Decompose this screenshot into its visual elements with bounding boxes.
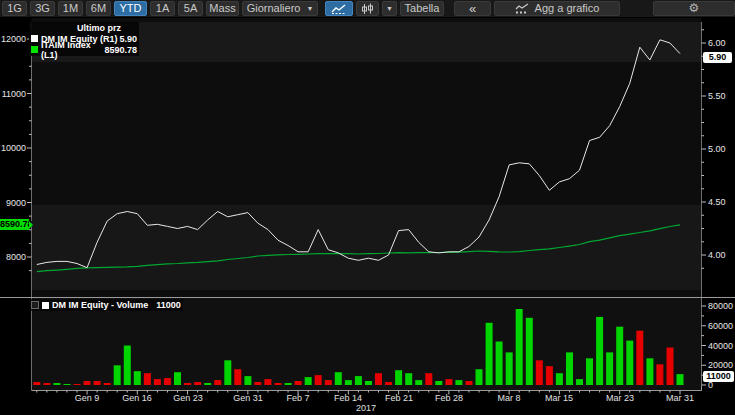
- last-volume-marker: 11000: [703, 371, 734, 382]
- last-price-marker: 5.90: [703, 52, 732, 63]
- svg-text:11000: 11000: [2, 89, 26, 99]
- pane-icon: [31, 301, 39, 309]
- pane-separator[interactable]: [0, 297, 735, 298]
- svg-text:8000: 8000: [6, 252, 26, 262]
- period-button-1a[interactable]: 1A: [150, 1, 175, 16]
- frequency-dropdown[interactable]: Giornaliero ▼: [242, 1, 318, 16]
- line-chart-button[interactable]: [325, 1, 353, 16]
- period-button-5a[interactable]: 5A: [178, 1, 203, 16]
- svg-text:4.50: 4.50: [708, 197, 726, 207]
- svg-text:10000: 10000: [1, 143, 26, 153]
- collapse-button[interactable]: «: [454, 1, 491, 16]
- line-chart-icon: [331, 3, 347, 14]
- x-axis-label: Feb 28: [435, 393, 463, 403]
- svg-text:12000: 12000: [1, 34, 26, 44]
- svg-text:60000: 60000: [708, 321, 733, 331]
- x-axis-label: Gen 9: [75, 393, 100, 403]
- add-chart-icon: [515, 3, 530, 14]
- gear-icon: ⚙: [689, 2, 700, 15]
- svg-text:9000: 9000: [6, 198, 26, 208]
- legend-header: Ultimo prz: [31, 23, 137, 33]
- candlestick-icon: [361, 3, 374, 15]
- chevron-down-icon: ▼: [306, 2, 313, 15]
- x-axis-label: Feb 21: [385, 393, 413, 403]
- series-last-value: 5.90: [119, 34, 137, 44]
- svg-text:20000: 20000: [708, 360, 733, 370]
- legend-row-1[interactable]: ITAIM Index (L1)8590.78: [31, 44, 137, 55]
- period-button-6m[interactable]: 6M: [86, 1, 111, 16]
- period-button-ytd[interactable]: YTD: [114, 1, 147, 16]
- x-axis-label: Mar 31: [666, 393, 694, 403]
- svg-text:6.00: 6.00: [708, 38, 726, 48]
- period-button-1m[interactable]: 1M: [58, 1, 83, 16]
- svg-text:4.00: 4.00: [708, 250, 726, 260]
- period-button-3g[interactable]: 3G: [30, 1, 55, 16]
- svg-text:80000: 80000: [708, 301, 733, 311]
- last-index-marker: 8590.78: [0, 219, 29, 230]
- chart-type-dropdown[interactable]: ▼: [382, 1, 397, 16]
- add-to-chart-label: Agg a grafico: [535, 2, 600, 15]
- add-to-chart-button[interactable]: Agg a grafico: [494, 1, 620, 16]
- price-chart: 800090001000011000120004.004.505.005.506…: [0, 18, 735, 298]
- series-label: ITAIM Index (L1): [41, 40, 104, 60]
- svg-text:5.00: 5.00: [708, 144, 726, 154]
- period-buttons: 1G3G1M6MYTD1A5AMass: [2, 1, 239, 16]
- period-button-mass[interactable]: Mass: [206, 1, 239, 16]
- collapse-icon: «: [469, 3, 476, 14]
- x-axis-label: Gen 23: [173, 393, 203, 403]
- volume-swatch: [42, 302, 49, 309]
- x-axis-label: Gen 16: [122, 393, 152, 403]
- x-axis-label: Feb 7: [286, 393, 309, 403]
- tabella-button[interactable]: Tabella: [400, 1, 444, 16]
- volume-legend-label: DM IM Equity - Volume: [52, 300, 148, 310]
- price-legend: Ultimo prz DM IM Equity (R1)5.90ITAIM In…: [29, 22, 139, 56]
- period-button-1g[interactable]: 1G: [2, 1, 27, 16]
- x-axis-label: Feb 14: [334, 393, 362, 403]
- svg-text:40000: 40000: [708, 341, 733, 351]
- x-axis-label: Mar 23: [606, 393, 634, 403]
- chevron-down-icon: ▼: [386, 2, 393, 15]
- settings-button[interactable]: ⚙: [653, 1, 735, 16]
- frequency-label: Giornaliero: [247, 2, 301, 15]
- candlestick-button[interactable]: [356, 1, 379, 16]
- x-axis-label: Mar 15: [545, 393, 573, 403]
- x-axis-label: Gen 31: [233, 393, 263, 403]
- toolbar: 1G3G1M6MYTD1A5AMass Giornaliero ▼ ▼ Tabe…: [0, 0, 735, 17]
- svg-text:5.50: 5.50: [708, 91, 726, 101]
- series-swatch: [31, 35, 38, 42]
- x-axis-year-label: 2017: [356, 403, 376, 413]
- series-last-value: 8590.78: [104, 45, 137, 55]
- series-swatch: [31, 46, 38, 53]
- x-axis-label: Mar 8: [497, 393, 520, 403]
- volume-legend-value: 11000: [156, 300, 181, 310]
- volume-legend[interactable]: DM IM Equity - Volume 11000: [29, 299, 183, 311]
